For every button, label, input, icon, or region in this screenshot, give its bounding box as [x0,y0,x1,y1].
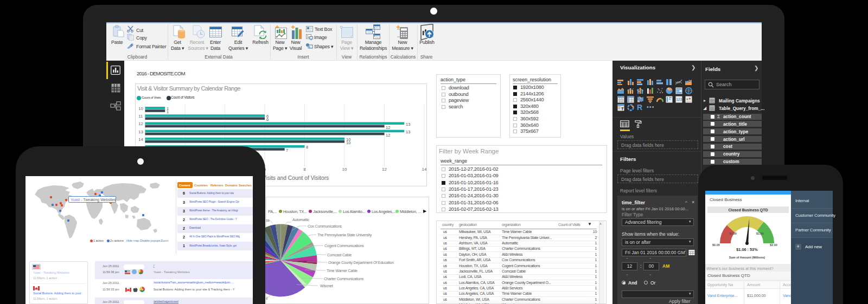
svg-text:Charter Communications: Charter Communications [324,277,364,281]
svg-text:Cogent Communications: Cogent Communications [324,244,364,248]
svg-text:12: 12 [386,133,390,138]
svg-text:14: 14 [422,167,426,172]
svg-text:123: 123 [676,98,682,101]
svg-text:13: 13 [406,130,410,134]
svg-text:10: 10 [138,106,143,111]
svg-text:Cox Communications: Cox Communications [308,224,342,228]
svg-text:10: 10 [346,140,350,145]
svg-text:8: 8 [303,167,306,172]
svg-text:12: 12 [382,167,387,172]
svg-text:Time Warner Cable: Time Warner Cable [327,269,358,273]
svg-text:13: 13 [406,122,410,127]
svg-text:13: 13 [138,130,143,134]
svg-text:10: 10 [342,167,347,172]
svg-text:11: 11 [138,114,143,119]
svg-text:12: 12 [138,121,143,126]
svg-text:e: e [266,296,268,300]
svg-text:Orange County Department Of Ed: Orange County Department Of Education [328,261,394,265]
svg-text:The Pennsylvania State Univers: The Pennsylvania State University [317,233,372,237]
svg-text:1: 1 [167,109,169,114]
svg-text:Comcast Cable: Comcast Cable [327,253,352,257]
svg-text:8: 8 [306,145,308,150]
svg-text:7: 7 [286,148,288,153]
svg-text:6: 6 [266,117,269,122]
svg-text:12: 12 [386,125,390,130]
svg-text:14: 14 [138,137,143,142]
svg-text:ss: ss [266,218,270,222]
svg-text:Wiscnet: Wiscnet [320,284,333,288]
svg-text:Automattic: Automattic [292,218,310,222]
